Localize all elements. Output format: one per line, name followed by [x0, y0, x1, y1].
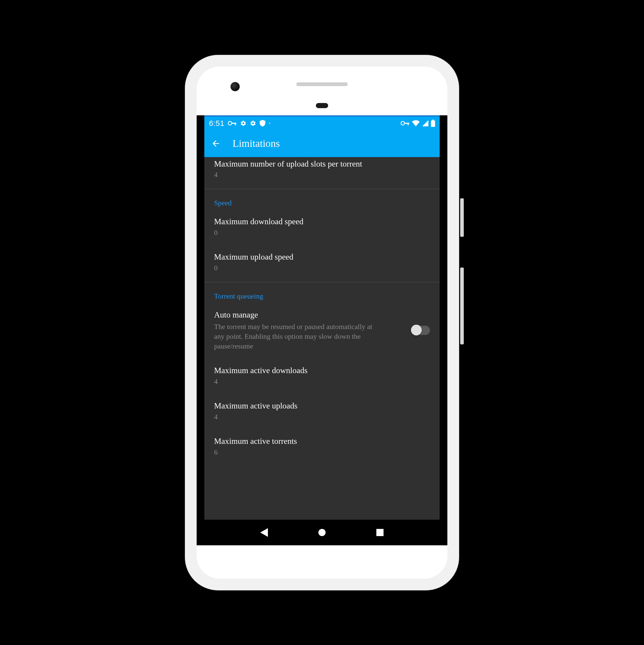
pref-auto-manage[interactable]: Auto manage The torrent may be resumed o…: [204, 303, 440, 359]
screen-wrapper: 6:51 •: [197, 115, 447, 545]
pref-max-upload[interactable]: Maximum upload speed 0: [204, 245, 440, 280]
svg-point-3: [401, 122, 405, 125]
pref-active-downloads[interactable]: Maximum active downloads 4: [204, 359, 440, 394]
pref-value: 4: [214, 412, 430, 422]
pref-upload-slots[interactable]: Maximum number of upload slots per torre…: [204, 157, 440, 187]
phone-side-button-1: [460, 198, 464, 237]
arrow-back-icon: [211, 139, 221, 148]
phone-frame: 6:51 •: [185, 55, 459, 591]
nav-back-button[interactable]: [259, 527, 269, 538]
back-button[interactable]: [210, 138, 221, 149]
svg-rect-2: [235, 123, 236, 125]
dot-icon: •: [269, 121, 270, 125]
pref-subtitle: The torrent may be resumed or paused aut…: [214, 322, 373, 351]
pref-max-download[interactable]: Maximum download speed 0: [204, 210, 440, 245]
status-time: 6:51: [209, 119, 224, 128]
pref-value: 0: [214, 263, 430, 273]
switch-knob: [411, 325, 422, 336]
svg-rect-5: [408, 123, 409, 125]
nav-home-button[interactable]: [317, 527, 327, 538]
app-bar: Limitations: [204, 130, 440, 157]
signal-icon: [422, 120, 429, 126]
pref-active-uploads[interactable]: Maximum active uploads 4: [204, 394, 440, 429]
section-queue: Torrent queueing: [204, 282, 440, 303]
page-title: Limitations: [232, 137, 280, 149]
shield-icon: [260, 120, 265, 127]
circle-home-icon: [318, 529, 326, 536]
pref-title: Maximum active uploads: [214, 401, 430, 411]
status-bar: 6:51 •: [204, 117, 440, 130]
pref-title: Maximum download speed: [214, 216, 430, 227]
pref-title: Maximum upload speed: [214, 252, 430, 262]
pref-value: 4: [214, 170, 430, 179]
svg-rect-7: [431, 121, 435, 127]
settings-list[interactable]: Maximum number of upload slots per torre…: [204, 157, 440, 520]
vpn-key-icon: [228, 121, 236, 126]
status-left: 6:51 •: [209, 119, 270, 128]
phone-side-button-2: [460, 267, 464, 345]
pref-value: 4: [214, 377, 430, 386]
gear-icon-2: [250, 120, 256, 126]
svg-rect-6: [432, 120, 434, 121]
status-right: [401, 120, 435, 127]
svg-rect-9: [376, 529, 383, 536]
triangle-back-icon: [260, 528, 268, 537]
wifi-icon: [412, 120, 420, 126]
camera-dot: [230, 82, 240, 91]
pref-title: Auto manage: [214, 309, 373, 320]
pref-active-torrents[interactable]: Maximum active torrents 6: [204, 429, 440, 465]
screen: 6:51 •: [204, 115, 440, 545]
battery-icon: [431, 120, 435, 127]
android-nav-bar: [204, 520, 440, 545]
svg-point-8: [318, 529, 326, 536]
pref-title: Maximum active torrents: [214, 436, 430, 447]
speaker-slot: [296, 82, 348, 86]
phone-inner: 6:51 •: [197, 67, 447, 579]
pref-title: Maximum active downloads: [214, 365, 430, 376]
phone-bezel-top: [197, 67, 447, 115]
svg-point-0: [228, 122, 232, 125]
square-recents-icon: [376, 529, 383, 536]
pref-value: 6: [214, 448, 430, 457]
pref-title: Maximum number of upload slots per torre…: [214, 159, 430, 169]
pref-value: 0: [214, 228, 430, 237]
section-speed: Speed: [204, 189, 440, 210]
phone-bezel-bottom: [197, 545, 447, 579]
gear-icon: [240, 120, 247, 126]
nav-recents-button[interactable]: [375, 527, 385, 538]
sensor-pill: [316, 103, 328, 108]
vpn-key-icon-2: [401, 121, 410, 126]
auto-manage-switch[interactable]: [412, 326, 430, 335]
